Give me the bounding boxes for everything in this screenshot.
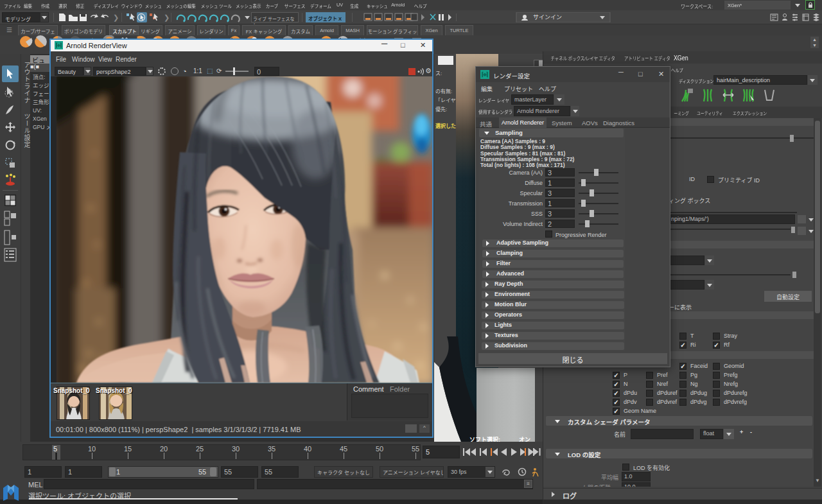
svg-text:サインイン: サインイン [533,14,562,21]
